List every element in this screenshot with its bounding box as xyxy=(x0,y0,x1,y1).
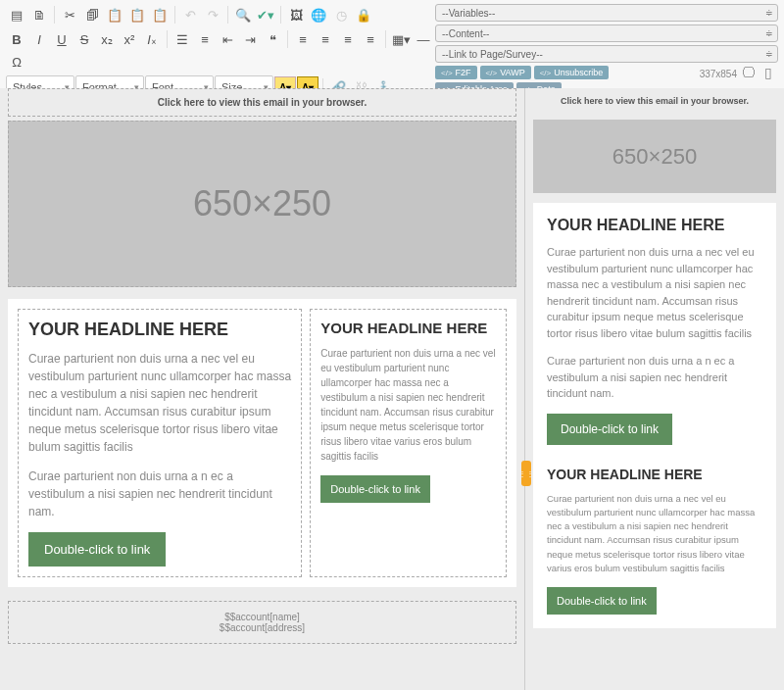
preview-headline-1: YOUR HEADLINE HERE xyxy=(547,217,762,234)
italic-icon[interactable]: I xyxy=(28,28,50,50)
preview-view-link[interactable]: Click here to view this email in your br… xyxy=(533,88,776,114)
paste-text-icon[interactable]: 📋 xyxy=(126,4,148,25)
image-icon[interactable]: 🖼 xyxy=(285,4,307,25)
paste-word-icon[interactable]: 📋 xyxy=(149,4,171,25)
hero-placeholder[interactable]: 650×250 xyxy=(8,121,516,287)
removeformat-icon[interactable]: Iₓ xyxy=(141,28,163,50)
superscript-icon[interactable]: x² xyxy=(119,28,140,50)
source-icon[interactable]: ▤ xyxy=(6,4,27,25)
paste-icon[interactable]: 📋 xyxy=(104,4,125,25)
toolbar-left: ▤ 🗎 ✂ 🗐 📋 📋 📋 ↶ ↷ 🔍 ✔▾ 🖼 🌐 ◷ 🔒 B I U S xyxy=(6,4,435,102)
headline-left: YOUR HEADLINE HERE xyxy=(28,320,291,340)
redo-icon[interactable]: ↷ xyxy=(202,4,223,25)
bulletlist-icon[interactable]: ≡ xyxy=(194,28,216,50)
bold-icon[interactable]: B xyxy=(6,28,27,50)
align-center-icon[interactable]: ≡ xyxy=(315,28,336,50)
preview-pane: Click here to view this email in your br… xyxy=(524,88,784,690)
preview-para-1b: Curae parturient non duis urna a n ec a … xyxy=(547,353,762,402)
cta-right[interactable]: Double-click to link xyxy=(320,475,430,503)
tag-f2f[interactable]: F2F xyxy=(435,66,477,79)
preview-cta-2[interactable]: Double-click to link xyxy=(547,587,657,615)
align-right-icon[interactable]: ≡ xyxy=(337,28,359,50)
tag-unsubscribe[interactable]: Unsubscribe xyxy=(534,66,610,79)
find-icon[interactable]: 🔍 xyxy=(232,4,254,25)
footer-account-name: $$account[name] xyxy=(19,612,506,622)
lock-icon[interactable]: 🔒 xyxy=(353,4,374,25)
blockquote-icon[interactable]: ❝ xyxy=(262,28,283,50)
subscript-icon[interactable]: x₂ xyxy=(96,28,118,50)
para-left-1: Curae parturient non duis urna a nec vel… xyxy=(28,350,291,456)
linkto-select[interactable]: --Link to Page/Survey-- xyxy=(435,45,778,63)
desktop-icon[interactable]: 🖵 xyxy=(741,65,757,80)
workspace: Click here to view this email in your br… xyxy=(0,88,784,690)
spellcheck-icon[interactable]: ✔▾ xyxy=(255,4,276,25)
headline-right: YOUR HEADLINE HERE xyxy=(320,320,496,336)
strike-icon[interactable]: S xyxy=(74,28,95,50)
preview-block-1: YOUR HEADLINE HERE Curae parturient non … xyxy=(533,203,776,628)
table-icon[interactable]: ▦▾ xyxy=(390,28,412,50)
toolbar-right: --Variables-- --Content-- --Link to Page… xyxy=(435,4,778,96)
cta-left[interactable]: Double-click to link xyxy=(28,532,166,567)
indent-icon[interactable]: ⇥ xyxy=(239,28,261,50)
tag-vawp[interactable]: VAWP xyxy=(480,66,531,79)
preview-hero: 650×250 xyxy=(533,120,776,193)
clock-icon[interactable]: ◷ xyxy=(330,4,352,25)
outdent-icon[interactable]: ⇤ xyxy=(217,28,238,50)
undo-icon[interactable]: ↶ xyxy=(179,4,201,25)
view-in-browser-link[interactable]: Click here to view this email in your br… xyxy=(8,88,516,117)
resize-handle[interactable]: ⋮⋮ xyxy=(521,461,531,486)
dimensions-label: 337x854 xyxy=(700,69,737,79)
cut-icon[interactable]: ✂ xyxy=(59,4,80,25)
numlist-icon[interactable]: ☰ xyxy=(172,28,193,50)
editor-pane: Click here to view this email in your br… xyxy=(0,88,524,690)
para-left-2: Curae parturient non duis urna a n ec a … xyxy=(28,468,291,520)
globe-icon[interactable]: 🌐 xyxy=(308,4,329,25)
align-left-icon[interactable]: ≡ xyxy=(292,28,314,50)
variables-select[interactable]: --Variables-- xyxy=(435,4,778,22)
mobile-icon[interactable]: ▯ xyxy=(760,65,776,80)
preview-para-2: Curae parturient non duis urna a nec vel… xyxy=(547,492,762,576)
footer-account-address: $$account[address] xyxy=(19,622,506,633)
align-justify-icon[interactable]: ≡ xyxy=(360,28,381,50)
underline-icon[interactable]: U xyxy=(51,28,73,50)
para-right: Curae parturient non duis urna a nec vel… xyxy=(320,346,496,464)
column-right[interactable]: YOUR HEADLINE HERE Curae parturient non … xyxy=(310,309,507,577)
preview-cta-1[interactable]: Double-click to link xyxy=(547,414,672,445)
page-icon[interactable]: 🗎 xyxy=(28,4,50,25)
preview-headline-2: YOUR HEADLINE HERE xyxy=(547,467,762,482)
column-left[interactable]: YOUR HEADLINE HERE Curae parturient non … xyxy=(18,309,302,577)
preview-para-1a: Curae parturient non duis urna a nec vel… xyxy=(547,244,762,341)
content-select[interactable]: --Content-- xyxy=(435,25,778,42)
hr-icon[interactable]: — xyxy=(413,28,434,50)
footer-block[interactable]: $$account[name] $$account[address] xyxy=(8,601,516,644)
specialchar-icon[interactable]: Ω xyxy=(6,51,27,73)
copy-icon[interactable]: 🗐 xyxy=(81,4,103,25)
